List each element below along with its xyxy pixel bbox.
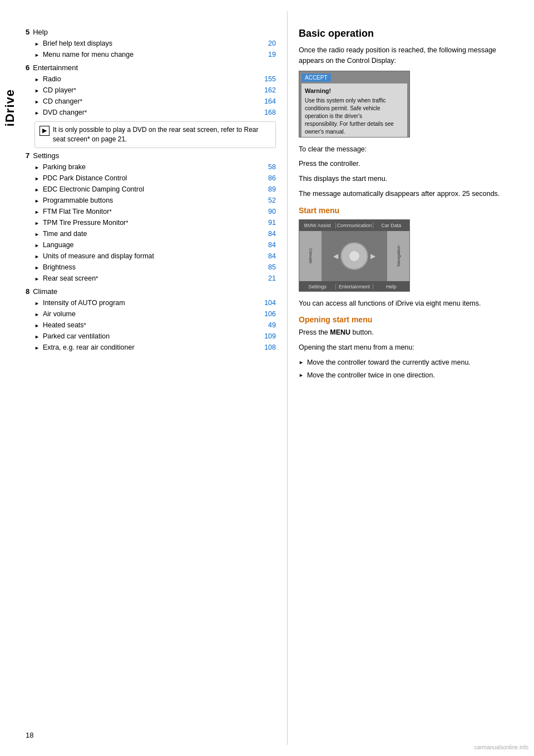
arrow-icon: ► (34, 208, 39, 216)
bullet-arrow-icon: ► (299, 372, 304, 380)
item-auto-intensity: Intensity of AUTO program (43, 297, 260, 308)
right-column: Basic operation Once the radio ready pos… (287, 11, 534, 745)
arrow-icon: ► (34, 264, 39, 272)
item-pdc-page: 86 (268, 173, 276, 184)
item-rear-seat-page: 21 (268, 273, 276, 284)
item-edc-page: 89 (268, 184, 276, 195)
menu-side-navigation: Navigation (387, 231, 409, 281)
arrow-icon: ► (34, 76, 39, 84)
menu-bottom-bar: Settings Entertainment Help (299, 281, 409, 292)
arrow-right-icon: ▶ (370, 252, 375, 260)
item-edc: EDC Electronic Damping Control (43, 184, 264, 195)
section-5-num: 5 (26, 28, 29, 36)
note-box: ▶ It is only possible to play a DVD on t… (34, 121, 276, 148)
section-6-title: Entertainment (33, 63, 78, 72)
item-ftm: FTM Flat Tire Monitor* (43, 206, 264, 217)
toc-section-5: 5 Help ► Brief help text displays 20 ► M… (26, 28, 276, 60)
list-item: ► Brief help text displays 20 (34, 38, 276, 49)
warning-box: ACCEPT Warning! Use this system only whe… (299, 71, 410, 138)
section-8-items: ► Intensity of AUTO program 104 ► Air vo… (34, 297, 276, 353)
press-menu-text: Press the MENU button. (299, 327, 523, 338)
bullet-item-1: ► Move the controller toward the current… (299, 357, 523, 368)
item-radio: Radio (43, 73, 260, 85)
list-item: ► Language 84 (34, 239, 276, 251)
toc-section-7: 7 Settings ► Parking brake 58 ► PDC Park… (26, 151, 276, 284)
section-8-title: Climate (33, 287, 57, 296)
list-item: ► FTM Flat Tire Monitor* 90 (34, 206, 276, 217)
list-item: ► Programmable buttons 52 (34, 195, 276, 206)
note-text: It is only possible to play a DVD on the… (53, 125, 271, 144)
arrow-left-icon: ◀ (333, 252, 338, 260)
item-extra: Extra, e.g. rear air conditioner (43, 342, 260, 353)
arrow-icon: ► (34, 322, 39, 330)
arrow-icon: ► (34, 344, 39, 352)
bullet-item-2: ► Move the controller twice in one direc… (299, 370, 523, 381)
main-title: Basic operation (299, 28, 523, 40)
list-item: ► Brightness 85 (34, 262, 276, 273)
to-clear-line4: The message automatically disappears aft… (299, 189, 523, 199)
list-item: ► Heated seats* 49 (34, 320, 276, 331)
start-menu-title: Start menu (299, 206, 523, 215)
item-parking-brake-page: 58 (268, 161, 276, 173)
list-item: ► Parking brake 58 (34, 161, 276, 173)
item-units-page: 84 (268, 251, 276, 262)
item-language-page: 84 (268, 239, 276, 251)
menu-top-item-car: Car Data (373, 223, 409, 228)
list-item: ► CD changer* 164 (34, 96, 276, 107)
menu-top-bar: BMW Assist Communication Car Data (299, 220, 409, 231)
arrow-icon: ► (34, 175, 39, 183)
list-item: ► Air volume 106 (34, 308, 276, 320)
list-item: ► Menu name for menu change 19 (34, 49, 276, 60)
section-5-items: ► Brief help text displays 20 ► Menu nam… (34, 38, 276, 60)
item-dvd-changer-page: 168 (264, 107, 276, 118)
item-language: Language (43, 239, 264, 251)
item-pdc: PDC Park Distance Control (43, 173, 264, 184)
opening-title: Opening start menu (299, 315, 523, 324)
bullet-text-1: Move the controller toward the currently… (307, 357, 471, 368)
item-rear-seat: Rear seat screen* (43, 273, 264, 284)
arrow-icon: ► (34, 87, 39, 95)
item-brief-help: Brief help text displays (43, 38, 264, 49)
accept-button[interactable]: ACCEPT (301, 73, 331, 82)
warning-inner: Warning! Use this system only when traff… (301, 84, 407, 138)
arrow-icon: ► (34, 186, 39, 194)
section-5-header: 5 Help (26, 28, 276, 36)
item-auto-intensity-page: 104 (264, 297, 276, 308)
item-menu-name-page: 19 (268, 49, 276, 60)
menu-mid: Climate ◀ ▶ Navigation (299, 231, 409, 281)
section-7-num: 7 (26, 151, 29, 160)
item-cd-changer: CD changer* (43, 96, 260, 107)
sidebar-text: iDrive (3, 89, 17, 126)
toc-section-6: 6 Entertainment ► Radio 155 ► CD player*… (26, 63, 276, 148)
menu-side-climate: Climate (299, 231, 322, 281)
item-ftm-page: 90 (268, 206, 276, 217)
menu-center: ◀ ▶ (322, 231, 387, 281)
opening-subtext: Opening the start menu from a menu: (299, 342, 523, 353)
arrow-icon: ► (34, 51, 39, 59)
bullet-list: ► Move the controller toward the current… (299, 357, 523, 381)
item-time-date-page: 84 (268, 228, 276, 239)
item-programmable-page: 52 (268, 195, 276, 206)
to-clear-line1: To clear the message: (299, 144, 523, 155)
item-time-date: Time and date (43, 228, 264, 239)
left-column: 5 Help ► Brief help text displays 20 ► M… (20, 11, 287, 745)
list-item: ► Time and date 84 (34, 228, 276, 239)
controller-inner (349, 251, 359, 261)
item-tpm: TPM Tire Pressure Monitor* (43, 217, 264, 228)
list-item: ► DVD changer* 168 (34, 107, 276, 118)
list-item: ► PDC Park Distance Control 86 (34, 173, 276, 184)
menu-bottom-entertainment: Entertainment (336, 284, 373, 289)
list-item: ► EDC Electronic Damping Control 89 (34, 184, 276, 195)
arrow-icon: ► (34, 109, 39, 117)
section-7-title: Settings (33, 151, 59, 160)
intro-text: Once the radio ready position is reached… (299, 45, 523, 66)
arrow-icon: ► (34, 253, 39, 261)
to-clear-line2: Press the controller. (299, 159, 523, 169)
item-units: Units of measure and display format (43, 251, 264, 262)
item-tpm-page: 91 (268, 217, 276, 228)
item-programmable: Programmable buttons (43, 195, 264, 206)
item-air-volume: Air volume (43, 308, 260, 320)
list-item: ► Radio 155 (34, 73, 276, 85)
item-heated-seats: Heated seats* (43, 320, 264, 331)
page-number: 18 (26, 731, 33, 739)
